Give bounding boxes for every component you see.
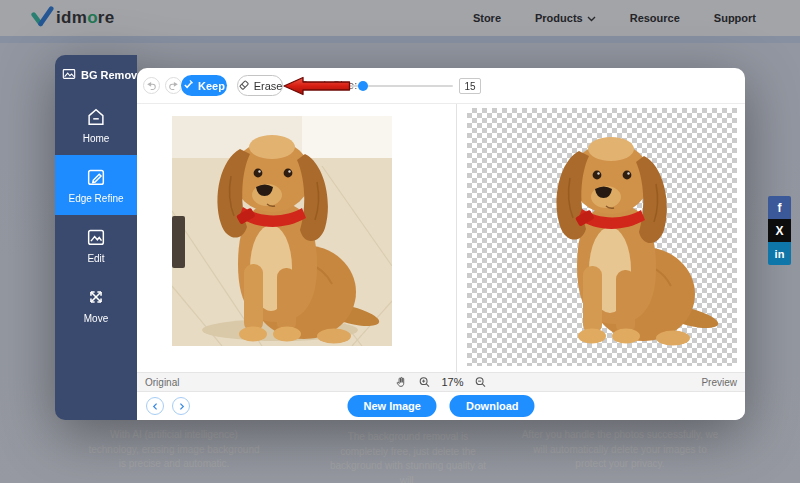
sidebar: BG Remover Home Edge Refine	[55, 55, 137, 420]
transparency-checkerboard	[467, 108, 737, 366]
x-twitter-share-button[interactable]: X	[768, 219, 791, 242]
erase-button[interactable]: Erase	[237, 75, 283, 96]
status-bar: Original 17% Preview	[137, 372, 745, 392]
keep-brush-icon	[183, 79, 194, 92]
editor-panel: Keep Erase Brush Size:	[137, 68, 745, 420]
bg-remover-modal: BG Remover Home Edge Refine	[55, 55, 745, 420]
zoom-out-button[interactable]	[475, 376, 487, 388]
preview-label: Preview	[701, 377, 737, 388]
edit-image-icon	[85, 226, 107, 248]
bg-remover-icon	[62, 67, 76, 83]
previous-image-button[interactable]	[146, 397, 164, 415]
modal-footer: New Image Download	[137, 392, 745, 420]
footer-actions: New Image Download	[347, 395, 534, 417]
new-image-button[interactable]: New Image	[347, 395, 436, 417]
move-arrows-icon	[85, 286, 107, 308]
brush-size-slider[interactable]	[345, 77, 453, 95]
keep-button[interactable]: Keep	[181, 75, 227, 96]
annotation-red-arrow	[283, 75, 351, 97]
next-image-button[interactable]	[172, 397, 190, 415]
preview-cutout-image	[523, 118, 723, 348]
undo-button[interactable]	[143, 77, 160, 94]
original-label: Original	[145, 377, 179, 388]
sidebar-item-edge-refine[interactable]: Edge Refine	[55, 155, 137, 215]
viewer	[137, 104, 745, 372]
zoom-in-button[interactable]	[418, 376, 430, 388]
home-icon	[85, 106, 107, 128]
sidebar-item-move[interactable]: Move	[55, 275, 137, 335]
editor-toolbar: Keep Erase Brush Size:	[137, 68, 745, 104]
redo-button[interactable]	[165, 77, 182, 94]
slider-thumb[interactable]	[358, 81, 368, 91]
zoom-level: 17%	[441, 376, 463, 388]
preview-pane	[457, 104, 745, 372]
original-image-canvas[interactable]	[172, 116, 392, 346]
hand-pan-tool-button[interactable]	[395, 376, 407, 388]
download-button[interactable]: Download	[450, 395, 535, 417]
brush-size-input[interactable]	[459, 78, 481, 94]
facebook-share-button[interactable]: f	[768, 196, 791, 219]
edge-refine-icon	[85, 166, 107, 188]
app-title: BG Remover	[55, 55, 137, 95]
linkedin-share-button[interactable]: in	[768, 242, 791, 265]
sidebar-item-edit[interactable]: Edit	[55, 215, 137, 275]
eraser-icon	[238, 79, 250, 93]
zoom-controls: 17%	[395, 376, 486, 388]
original-pane	[137, 104, 457, 372]
social-share-rail: f X in	[768, 196, 791, 265]
sidebar-item-home[interactable]: Home	[55, 95, 137, 155]
